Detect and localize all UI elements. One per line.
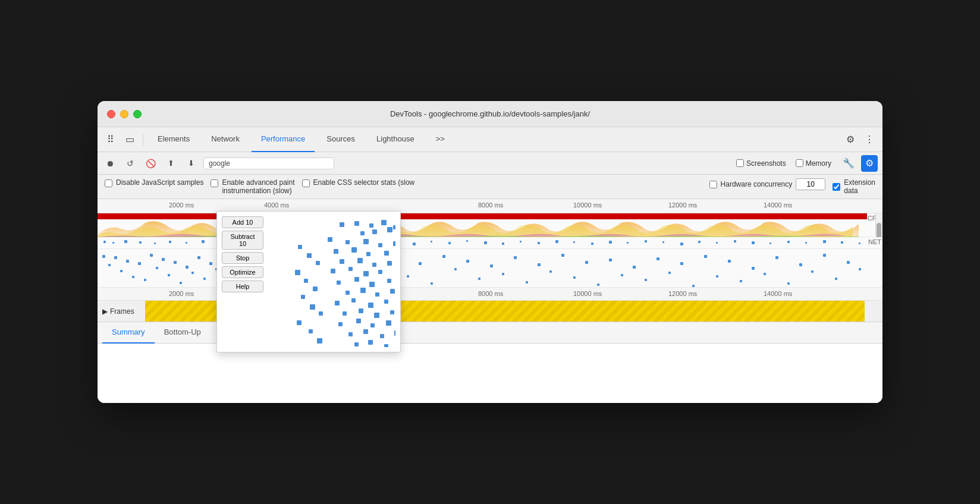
svg-rect-99: [514, 256, 517, 259]
clear-button[interactable]: 🚫: [143, 156, 158, 171]
perf-settings-icon[interactable]: 🔧: [841, 156, 856, 171]
svg-rect-168: [390, 289, 395, 294]
svg-rect-61: [197, 256, 200, 259]
svg-rect-184: [304, 279, 308, 283]
stop-button[interactable]: Stop: [222, 252, 263, 264]
svg-rect-7: [202, 240, 205, 243]
enable-css-checkbox[interactable]: [302, 179, 310, 187]
svg-rect-104: [573, 276, 576, 279]
minimize-button[interactable]: [120, 110, 128, 118]
svg-rect-20: [431, 241, 432, 242]
svg-rect-35: [698, 241, 701, 243]
svg-rect-194: [370, 323, 375, 327]
more-icon[interactable]: ⋮: [861, 131, 878, 148]
svg-rect-58: [180, 282, 182, 284]
enable-paint-text: Enable advanced paintinstrumentation (sl…: [222, 178, 294, 195]
svg-rect-42: [823, 240, 826, 243]
svg-rect-177: [374, 313, 379, 318]
svg-rect-197: [363, 329, 368, 334]
popup-buttons: Add 10 Subtract 10 Stop Optimize Help: [222, 216, 263, 342]
enable-css-label[interactable]: Enable CSS selector stats (slow: [302, 178, 415, 187]
record-button[interactable]: ⏺: [102, 156, 118, 171]
cpu-row: CPU: [98, 213, 882, 237]
svg-rect-107: [609, 259, 612, 262]
svg-rect-21: [448, 242, 451, 244]
ext-data-checkbox[interactable]: [833, 183, 840, 191]
svg-rect-50: [132, 276, 134, 278]
maximize-button[interactable]: [133, 110, 142, 118]
perf-settings-gear[interactable]: ⚙: [861, 155, 878, 172]
svg-rect-94: [454, 268, 457, 270]
svg-rect-180: [298, 245, 302, 249]
tab-summary[interactable]: Summary: [102, 322, 155, 344]
svg-rect-45: [102, 255, 105, 258]
top-ruler: 2000 ms 4000 ms 8000 ms 10000 ms 12000 m…: [98, 199, 882, 213]
svg-rect-32: [645, 240, 647, 242]
inspect-icon[interactable]: ⠿: [102, 131, 119, 148]
devtools-window: DevTools - googlechrome.github.io/devtoo…: [98, 101, 882, 403]
enable-css-text: Enable CSS selector stats (slow: [313, 178, 415, 187]
svg-rect-19: [413, 242, 416, 245]
svg-rect-127: [847, 261, 850, 264]
svg-rect-126: [835, 278, 837, 280]
bottom-2000: 2000 ms: [169, 290, 194, 297]
svg-rect-106: [597, 284, 599, 286]
disable-js-checkbox[interactable]: [105, 179, 112, 187]
settings-icon[interactable]: ⚙: [842, 131, 859, 148]
svg-rect-54: [156, 267, 158, 269]
disable-js-label[interactable]: Disable JavaScript samples: [105, 178, 203, 187]
svg-rect-156: [348, 267, 353, 271]
optimize-button[interactable]: Optimize: [222, 266, 263, 278]
svg-rect-173: [384, 300, 388, 304]
subtract-10-button[interactable]: Subtract 10: [222, 231, 263, 250]
close-button[interactable]: [107, 110, 115, 118]
hw-concurrency-label: Hardware concurrency: [721, 180, 793, 188]
reload-button[interactable]: ↺: [122, 156, 138, 171]
timeline-section: 2000 ms 4000 ms 8000 ms 10000 ms 12000 m…: [98, 199, 882, 322]
svg-rect-157: [363, 271, 369, 276]
hw-concurrency-input[interactable]: [796, 178, 825, 190]
svg-rect-0: [103, 241, 106, 243]
enable-paint-label[interactable]: Enable advanced paintinstrumentation (sl…: [211, 178, 294, 195]
svg-rect-53: [150, 254, 153, 257]
tab-sources[interactable]: Sources: [317, 127, 365, 152]
net-chart: [98, 237, 867, 249]
help-button[interactable]: Help: [222, 281, 263, 292]
add-10-button[interactable]: Add 10: [222, 216, 263, 228]
screenshots-checkbox[interactable]: [736, 159, 744, 167]
svg-rect-178: [390, 310, 394, 314]
svg-rect-91: [419, 262, 422, 265]
svg-rect-142: [378, 243, 382, 247]
svg-rect-191: [317, 338, 322, 344]
svg-rect-176: [359, 308, 363, 313]
upload-button[interactable]: ⬆: [163, 156, 178, 171]
svg-rect-200: [354, 342, 359, 346]
svg-rect-47: [114, 256, 117, 259]
url-input[interactable]: [203, 158, 334, 169]
svg-rect-151: [357, 258, 363, 263]
hw-concurrency-checkbox[interactable]: [709, 181, 717, 188]
frames-label[interactable]: ▶ Frames: [98, 307, 145, 316]
memory-checkbox[interactable]: [796, 159, 803, 167]
svg-rect-165: [345, 291, 350, 295]
tab-bottom-up[interactable]: Bottom-Up: [155, 322, 211, 344]
tab-more[interactable]: >>: [426, 127, 454, 152]
enable-paint-checkbox[interactable]: [211, 179, 218, 187]
settings-row: Disable JavaScript samples Enable advanc…: [98, 175, 882, 199]
svg-rect-145: [334, 249, 338, 254]
device-icon[interactable]: ▭: [121, 131, 138, 148]
svg-rect-63: [209, 262, 212, 265]
tab-performance[interactable]: Performance: [252, 127, 315, 152]
svg-rect-49: [126, 260, 129, 263]
scrollbar-track[interactable]: [875, 213, 882, 237]
svg-rect-60: [191, 272, 194, 274]
svg-rect-131: [369, 223, 373, 228]
svg-rect-90: [407, 275, 409, 278]
tab-elements[interactable]: Elements: [148, 127, 199, 152]
download-button[interactable]: ⬇: [183, 156, 199, 171]
content-area: [98, 344, 882, 403]
tab-network[interactable]: Network: [202, 127, 249, 152]
net-scrollbar-track: [875, 237, 882, 248]
ruler-4000: 4000 ms: [264, 201, 289, 209]
tab-lighthouse[interactable]: Lighthouse: [367, 127, 424, 152]
